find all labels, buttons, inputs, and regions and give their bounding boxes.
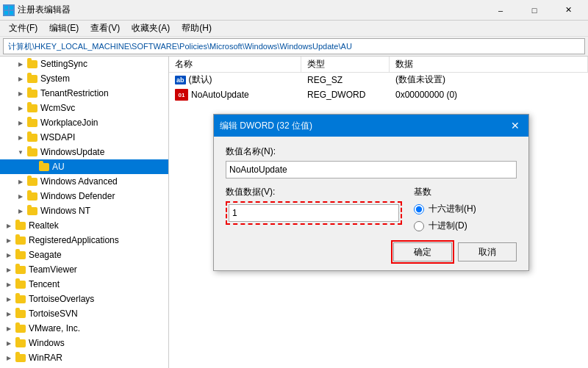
- app-icon: [3, 4, 15, 16]
- tree-expand-icon: ▶: [3, 322, 15, 334]
- tree-item[interactable]: ▶WinRAR: [0, 350, 168, 365]
- tree-item-label: TenantRestriction: [40, 88, 109, 98]
- folder-icon: [15, 353, 26, 363]
- table-row[interactable]: ab(默认)REG_SZ(数值未设置): [169, 73, 588, 87]
- tree-item[interactable]: ▶RegisteredApplications: [0, 233, 168, 248]
- tree-item-label: Windows NT: [40, 206, 90, 216]
- tree-item-label: TeamViewer: [29, 264, 77, 275]
- menu-file[interactable]: 文件(F): [3, 21, 43, 36]
- dialog-title-text: 编辑 DWORD (32 位值): [220, 120, 312, 132]
- tree-expand-icon: ▶: [15, 176, 26, 187]
- tree-item-label: Seagate: [29, 250, 62, 260]
- column-headers: 名称 类型 数据: [169, 57, 588, 73]
- tree-item-label: WSDAPI: [40, 132, 75, 142]
- tree-expand-icon: ▶: [3, 337, 15, 349]
- tree-expand-icon: ▶: [15, 58, 26, 70]
- maximize-button[interactable]: □: [517, 0, 551, 21]
- folder-icon: [15, 235, 26, 245]
- address-text: 计算机\HKEY_LOCAL_MACHINE\SOFTWARE\Policies…: [8, 41, 352, 52]
- ok-button[interactable]: 确定: [393, 242, 452, 261]
- address-bar[interactable]: 计算机\HKEY_LOCAL_MACHINE\SOFTWARE\Policies…: [3, 38, 585, 54]
- tree-item[interactable]: ▶Windows NT: [0, 203, 168, 218]
- close-button[interactable]: ✕: [551, 0, 585, 21]
- folder-icon: [26, 59, 38, 69]
- tree-expand-icon: ▼: [15, 146, 26, 158]
- tree-item[interactable]: ▶TeamViewer: [0, 262, 168, 277]
- menu-favorites[interactable]: 收藏夹(A): [126, 21, 176, 36]
- tree-item-label: Windows Defender: [40, 191, 115, 201]
- name-label: 数值名称(N):: [226, 145, 517, 158]
- window-controls: – □ ✕: [484, 0, 585, 21]
- title-bar: 注册表编辑器 – □ ✕: [0, 0, 588, 21]
- name-input[interactable]: [226, 161, 517, 178]
- reg-dword-icon: 01: [175, 89, 188, 101]
- tree-item[interactable]: ▼WindowsUpdate: [0, 145, 168, 159]
- tree-item-label: TortoiseOverlays: [29, 294, 94, 304]
- minimize-button[interactable]: –: [484, 0, 517, 21]
- menu-bar: 文件(F) 编辑(E) 查看(V) 收藏夹(A) 帮助(H): [0, 21, 588, 37]
- tree-scroll[interactable]: ▶SettingSync▶System▶TenantRestriction▶Wc…: [0, 57, 168, 368]
- dec-radio[interactable]: [414, 221, 424, 231]
- svg-rect-3: [10, 11, 13, 15]
- window-title: 注册表编辑器: [18, 4, 71, 16]
- base-label: 基数: [414, 186, 517, 198]
- menu-help[interactable]: 帮助(H): [176, 21, 218, 36]
- hex-radio[interactable]: [414, 204, 424, 214]
- tree-item[interactable]: ▶Windows Defender: [0, 189, 168, 203]
- tree-item-label: TortoiseSVN: [29, 309, 78, 319]
- tree-item[interactable]: ▶WcmSvc: [0, 101, 168, 115]
- tree-item[interactable]: ▶Windows: [0, 336, 168, 350]
- tree-item-label: SettingSync: [40, 59, 87, 69]
- data-input[interactable]: [229, 204, 399, 222]
- cell-name-text: NoAutoUpdate: [191, 90, 249, 100]
- dialog-body: 数值名称(N): 数值数据(V): 基数 十六进制(H) 十进: [214, 137, 528, 270]
- hex-radio-label[interactable]: 十六进制(H): [414, 203, 517, 215]
- tree-item[interactable]: ▶VMware, Inc.: [0, 321, 168, 336]
- cancel-button[interactable]: 取消: [458, 242, 517, 261]
- title-bar-left: 注册表编辑器: [3, 4, 71, 16]
- tree-item[interactable]: ▶TortoiseOverlays: [0, 292, 168, 306]
- tree-item[interactable]: ▶Tencent: [0, 277, 168, 292]
- value-input-wrapper: [226, 201, 402, 225]
- tree-item[interactable]: ▶WSDAPI: [0, 130, 168, 145]
- hex-radio-text: 十六进制(H): [429, 203, 476, 215]
- tree-item[interactable]: ▶WorkplaceJoin: [0, 115, 168, 130]
- tree-item[interactable]: ▶Windows Advanced: [0, 174, 168, 189]
- tree-panel: ▶SettingSync▶System▶TenantRestriction▶Wc…: [0, 57, 169, 368]
- folder-icon: [15, 294, 26, 304]
- tree-expand-icon: ▶: [15, 73, 26, 84]
- tree-expand-icon: ▶: [15, 190, 26, 202]
- tree-item[interactable]: AU: [0, 159, 168, 174]
- tree-item[interactable]: ▶TortoiseSVN: [0, 306, 168, 321]
- tree-expand-icon: ▶: [3, 278, 15, 290]
- tree-item[interactable]: ▶Realtek: [0, 218, 168, 233]
- menu-edit[interactable]: 编辑(E): [43, 21, 85, 36]
- tree-item[interactable]: ▶SettingSync: [0, 57, 168, 71]
- folder-icon: [26, 103, 38, 113]
- dialog-buttons: 确定 取消: [226, 242, 517, 261]
- dialog-close-button[interactable]: ✕: [508, 118, 523, 133]
- tree-item[interactable]: ▶TenantRestriction: [0, 86, 168, 101]
- table-row[interactable]: 01NoAutoUpdateREG_DWORD0x00000000 (0): [169, 87, 588, 102]
- cell-data: 0x00000000 (0): [390, 90, 588, 100]
- tree-item-label: System: [40, 73, 70, 84]
- tree-item[interactable]: ▶Seagate: [0, 248, 168, 262]
- tree-expand-icon: ▶: [3, 234, 15, 246]
- dec-radio-label[interactable]: 十进制(D): [414, 220, 517, 232]
- tree-expand-icon: ▶: [15, 117, 26, 129]
- tree-expand-icon: [26, 161, 38, 173]
- tree-expand-icon: ▶: [15, 102, 26, 114]
- tree-expand-icon: ▶: [3, 352, 15, 364]
- dec-radio-text: 十进制(D): [429, 220, 467, 232]
- dialog-title-bar: 编辑 DWORD (32 位值) ✕: [214, 115, 528, 137]
- menu-view[interactable]: 查看(V): [85, 21, 126, 36]
- folder-icon: [15, 264, 26, 275]
- reg-ab-icon: ab: [175, 76, 186, 84]
- tree-item-label: WorkplaceJoin: [40, 118, 98, 128]
- tree-item-label: Realtek: [29, 220, 59, 231]
- svg-rect-0: [4, 6, 8, 10]
- tree-expand-icon: ▶: [15, 87, 26, 99]
- tree-item[interactable]: ▶System: [0, 71, 168, 86]
- folder-icon: [26, 206, 38, 216]
- folder-icon: [26, 118, 38, 128]
